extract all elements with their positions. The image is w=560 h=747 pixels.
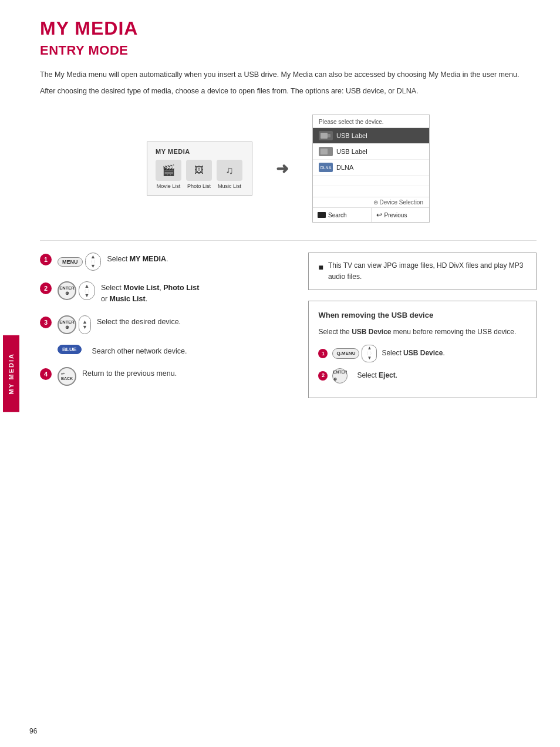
device-selection-label: ⊛ Device Selection	[313, 197, 429, 207]
menu-button[interactable]: MENU	[58, 257, 83, 267]
tip-box: ■ This TV can view JPG image files, HD D…	[308, 253, 537, 290]
device-bottom-bar: Search ↩ Previous	[313, 207, 429, 222]
dlna-label: DLNA	[336, 164, 353, 171]
step-1-number: 1	[40, 254, 52, 265]
intro-paragraph-2: After choosing the desired type of media…	[40, 85, 537, 97]
tip-content: ■ This TV can view JPG image files, HD D…	[318, 260, 527, 282]
step-3-buttons: ENTER⊛ ▲ ▼	[58, 315, 91, 334]
device-empty-2	[313, 186, 429, 197]
music-icon: ♫	[217, 160, 242, 181]
device-selection-box: Please select the device. USB Label	[312, 115, 430, 223]
enter-button-usb2[interactable]: ENTER⊛	[332, 368, 348, 383]
page-number: 96	[29, 727, 37, 735]
step-2-buttons: ENTER⊛ ▲ 〈 〉 ▼	[58, 281, 95, 300]
step-2-text: Select Movie List, Photo Listor Music Li…	[101, 281, 199, 305]
step-3-row: 3 ENTER⊛ ▲ ▼ Select the desired device.	[40, 315, 291, 334]
my-media-box-title: MY MEDIA	[156, 148, 244, 155]
enter-button-3[interactable]: ENTER⊛	[58, 315, 76, 334]
usb-step-1-row: 1 Q.MENU ▲ 〈 〉 ▼ Select USB Device.	[318, 345, 527, 362]
usb1-label: USB Label	[336, 132, 367, 139]
step-4-text: Return to the previous menu.	[82, 367, 177, 379]
device-usb1-item[interactable]: USB Label	[313, 128, 429, 144]
photo-list-label: Photo List	[187, 183, 211, 189]
main-content: MY MEDIA ENTRY MODE The My Media menu wi…	[22, 0, 560, 428]
photo-icon: 🖼	[186, 160, 212, 181]
search-label: Search	[328, 212, 347, 218]
previous-button[interactable]: ↩ Previous	[371, 208, 430, 222]
device-empty-1	[313, 176, 429, 186]
movie-list-label: Movie List	[157, 183, 181, 189]
device-dlna-item[interactable]: DLNA DLNA	[313, 160, 429, 176]
movie-list-item: 🎬 Movie List	[156, 160, 181, 189]
tip-text: This TV can view JPG image files, HD Div…	[328, 260, 527, 282]
blue-button[interactable]: BLUE	[58, 345, 82, 354]
usb-step-1-buttons: Q.MENU ▲ 〈 〉 ▼	[332, 345, 377, 362]
back-button[interactable]: ↩BACK	[58, 367, 76, 386]
step-3-text: Select the desired device.	[97, 315, 181, 328]
dlna-icon: DLNA	[319, 163, 333, 172]
section-divider	[40, 240, 537, 241]
intro-paragraph-1: The My Media menu will open automaticall…	[40, 69, 537, 80]
nav-arrows-usb1[interactable]: ▲ 〈 〉 ▼	[362, 345, 377, 362]
usb-step-2-number: 2	[318, 371, 328, 381]
step-2-number: 2	[40, 282, 52, 294]
tip-bullet-icon: ■	[318, 261, 323, 274]
arrow-icon: ➜	[276, 160, 289, 178]
usb1-icon	[319, 131, 333, 140]
device-usb2-item[interactable]: USB Label	[313, 144, 429, 160]
previous-label: Previous	[384, 212, 407, 218]
usb-removal-box: When removing the USB device Select the …	[308, 301, 537, 398]
nav-arrows-2[interactable]: ▲ 〈 〉 ▼	[79, 281, 95, 300]
svg-rect-1	[328, 134, 330, 137]
step-2-row: 2 ENTER⊛ ▲ 〈 〉 ▼ Select Movie List, Phot…	[40, 281, 291, 305]
photo-list-item: 🖼 Photo List	[186, 160, 212, 189]
svg-rect-3	[328, 150, 330, 153]
back-icon: ↩	[376, 211, 382, 219]
steps-right: ■ This TV can view JPG image files, HD D…	[308, 253, 537, 398]
blue-step-text: Search other network device.	[92, 345, 187, 357]
enter-button-2[interactable]: ENTER⊛	[58, 281, 76, 300]
usb-step-1-number: 1	[318, 349, 328, 358]
music-list-label: Music List	[218, 183, 241, 189]
step-3-number: 3	[40, 317, 52, 328]
usb2-label: USB Label	[336, 148, 367, 155]
device-box-header: Please select the device.	[313, 115, 429, 128]
svg-rect-0	[321, 133, 328, 139]
page-title: MY MEDIA	[40, 18, 537, 39]
usb2-icon	[319, 147, 333, 156]
step-4-buttons: ↩BACK	[58, 367, 76, 386]
usb-step-1-text: Select USB Device.	[382, 348, 444, 359]
my-media-icons: 🎬 Movie List 🖼 Photo List ♫ Music List	[156, 160, 244, 189]
sidebar-label: MY MEDIA	[3, 335, 19, 412]
usb-step-2-row: 2 ENTER⊛ Select Eject.	[318, 368, 527, 383]
step-4-row: 4 ↩BACK Return to the previous menu.	[40, 367, 291, 386]
search-button[interactable]: Search	[313, 209, 371, 221]
usb-step-2-buttons: ENTER⊛	[332, 368, 348, 383]
music-list-item: ♫ Music List	[217, 160, 242, 189]
step-1-buttons: MENU ▲ 〈 〉 ▼	[58, 253, 101, 271]
usb-step-2-text: Select Eject.	[357, 370, 397, 381]
step-1-row: 1 MENU ▲ 〈 〉 ▼ Select MY MEDIA.	[40, 253, 291, 271]
qmenu-button[interactable]: Q.MENU	[332, 348, 359, 359]
nav-arrows-1[interactable]: ▲ 〈 〉 ▼	[85, 253, 102, 271]
step-1-text: Select MY MEDIA.	[107, 253, 168, 265]
section-title: ENTRY MODE	[40, 43, 537, 58]
nav-arrows-3[interactable]: ▲ ▼	[79, 315, 91, 334]
usb-removal-intro: Select the USB Device menu before removi…	[318, 327, 527, 338]
steps-section: 1 MENU ▲ 〈 〉 ▼ Select MY MEDIA. 2 ENTER⊛	[40, 253, 537, 398]
diagram-area: MY MEDIA 🎬 Movie List 🖼 Photo List ♫ Mus…	[40, 115, 537, 223]
step-4-number: 4	[40, 368, 52, 380]
blue-step-row: BLUE Search other network device.	[58, 345, 291, 357]
sidebar: MY MEDIA	[0, 0, 22, 747]
svg-rect-2	[321, 149, 328, 154]
my-media-box: MY MEDIA 🎬 Movie List 🖼 Photo List ♫ Mus…	[147, 142, 252, 196]
steps-left: 1 MENU ▲ 〈 〉 ▼ Select MY MEDIA. 2 ENTER⊛	[40, 253, 291, 398]
search-color-box	[318, 212, 326, 218]
usb-removal-title: When removing the USB device	[318, 309, 527, 322]
movie-icon: 🎬	[156, 160, 181, 181]
